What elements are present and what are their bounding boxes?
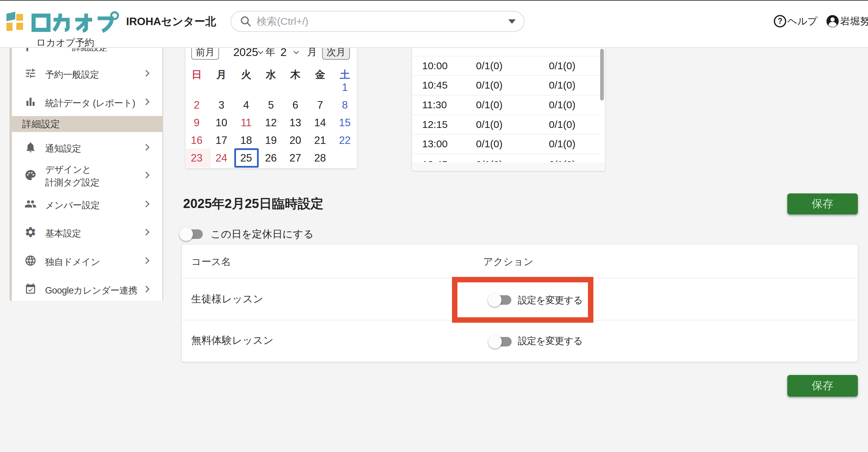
svg-text:?: ? xyxy=(777,17,782,25)
